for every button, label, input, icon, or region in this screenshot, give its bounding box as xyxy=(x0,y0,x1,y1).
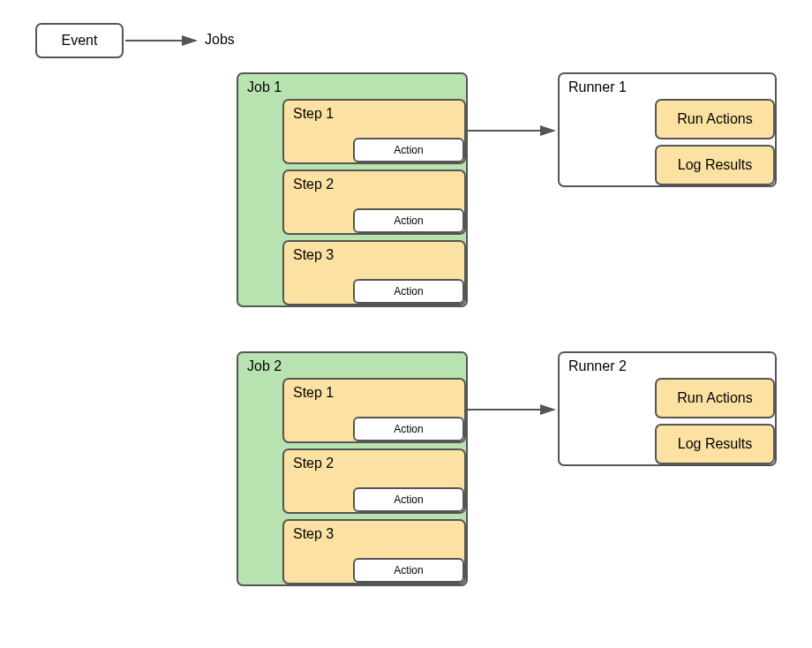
job-2-step-2-title: Step 2 xyxy=(293,456,334,471)
job-1-title: Job 1 xyxy=(247,79,282,95)
job-2-step-2-action: Action xyxy=(353,487,464,512)
job-1-step-3-action: Action xyxy=(353,279,464,304)
job-1-step-1-title: Step 1 xyxy=(293,106,334,122)
job-1-step-2-title: Step 2 xyxy=(293,177,334,192)
runner-1-title: Runner 1 xyxy=(568,79,627,95)
job-1-step-2-action: Action xyxy=(353,208,464,233)
job-1-step-1-action: Action xyxy=(353,138,464,162)
job-2-step-3-action: Action xyxy=(353,558,464,583)
diagram-canvas: Event Jobs Job 1 Step 1 Action Step 2 Ac… xyxy=(0,0,812,648)
runner-2-log-results: Log Results xyxy=(655,424,775,464)
event-box: Event xyxy=(35,23,124,58)
runner-2-title: Runner 2 xyxy=(568,358,627,374)
runner-1-log-results: Log Results xyxy=(655,145,775,185)
job-2-step-3-title: Step 3 xyxy=(293,526,334,542)
event-label: Event xyxy=(62,33,98,49)
job-2-step-1-action: Action xyxy=(353,417,464,441)
runner-2-run-actions: Run Actions xyxy=(655,378,775,418)
job-1-step-3-title: Step 3 xyxy=(293,247,334,263)
job-2-step-1-title: Step 1 xyxy=(293,385,334,401)
runner-1-run-actions: Run Actions xyxy=(655,99,775,139)
jobs-heading: Jobs xyxy=(205,32,235,48)
job-2-title: Job 2 xyxy=(247,358,282,374)
